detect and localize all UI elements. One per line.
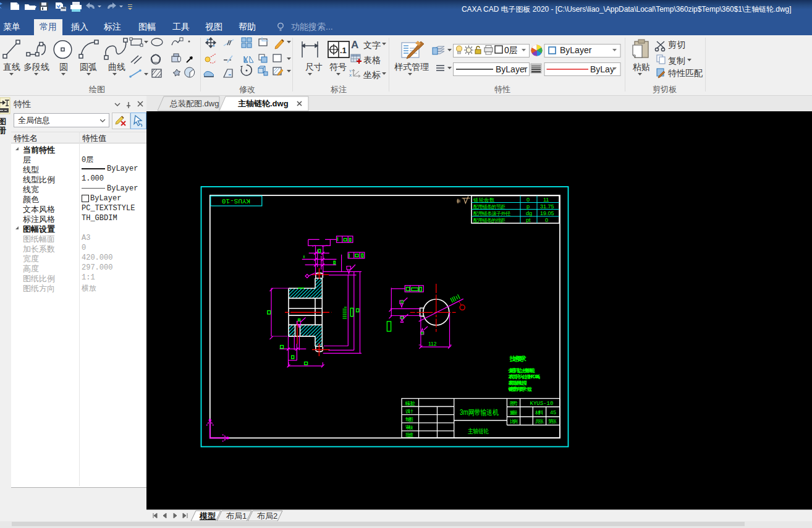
svg-text:复制: 复制 — [668, 56, 685, 66]
svg-text:技术要求: 技术要求 — [509, 355, 527, 362]
svg-text:配用链条的节距: 配用链条的节距 — [473, 204, 505, 210]
svg-text:批准: 批准 — [405, 432, 413, 438]
svg-text:主轴链轮: 主轴链轮 — [468, 427, 489, 435]
svg-text:2.表面淬火处理HRC40-45。: 2.表面淬火处理HRC40-45。 — [509, 373, 544, 380]
svg-text:第 张: 第 张 — [548, 419, 557, 424]
svg-text:ByLay: ByLay — [590, 64, 614, 74]
svg-text:坐标: 坐标 — [363, 70, 381, 80]
svg-text:审核: 审核 — [405, 425, 413, 430]
svg-text:样式管理: 样式管理 — [394, 62, 429, 72]
svg-text:0: 0 — [527, 197, 530, 203]
svg-text:KYUS-10: KYUS-10 — [222, 197, 250, 205]
svg-text:重量: 重量 — [509, 410, 518, 415]
svg-text:模型: 模型 — [199, 511, 216, 521]
svg-text:文字: 文字 — [363, 40, 381, 50]
svg-text:配用链条滚子外径: 配用链条滚子外径 — [473, 211, 510, 216]
svg-text:ByLayer: ByLayer — [560, 45, 592, 55]
svg-text:制图: 制图 — [405, 417, 413, 422]
svg-text:KYUS-10: KYUS-10 — [530, 401, 554, 407]
svg-text:p: p — [527, 203, 530, 210]
svg-text:多段线: 多段线 — [23, 62, 49, 72]
svg-text:pt: pt — [526, 217, 531, 223]
svg-text:共 张: 共 张 — [535, 419, 544, 424]
svg-text:0层: 0层 — [504, 45, 518, 55]
svg-text:圆弧: 圆弧 — [80, 62, 97, 72]
svg-text:标记处: 标记处 — [405, 401, 415, 406]
svg-text:Y: Y — [349, 69, 352, 73]
svg-text:0: 0 — [545, 217, 548, 223]
svg-text:1.去毛刺飞边，锐角倒钝。: 1.去毛刺飞边，锐角倒钝。 — [508, 368, 538, 373]
svg-text:配用链条的排距: 配用链条的排距 — [473, 218, 505, 223]
svg-text:直线: 直线 — [3, 62, 20, 72]
svg-text:布局2: 布局2 — [256, 511, 277, 521]
svg-text:比例: 比例 — [510, 419, 518, 424]
svg-text:图号: 图号 — [510, 401, 518, 406]
svg-text:链轮齿数: 链轮齿数 — [473, 197, 494, 203]
svg-text:.1: .1 — [340, 46, 347, 55]
svg-text:粘贴: 粘贴 — [632, 62, 650, 72]
svg-text:3m网带输送机: 3m网带输送机 — [460, 408, 499, 417]
svg-text:31.75: 31.75 — [540, 203, 554, 210]
svg-text:特性匹配: 特性匹配 — [668, 68, 703, 78]
svg-text:布局1: 布局1 — [226, 511, 247, 521]
svg-text:X: X — [349, 74, 352, 77]
svg-text:曲线: 曲线 — [108, 62, 125, 72]
svg-text:ByLayer: ByLayer — [496, 64, 528, 74]
svg-text:符号: 符号 — [329, 62, 347, 72]
svg-text:剪切: 剪切 — [668, 40, 685, 49]
svg-text:11: 11 — [543, 197, 549, 203]
svg-text:尺寸: 尺寸 — [305, 62, 323, 72]
svg-text:19.05: 19.05 — [540, 210, 554, 216]
svg-text:A: A — [351, 39, 358, 51]
svg-text:112: 112 — [428, 341, 437, 347]
svg-text:表格: 表格 — [363, 55, 381, 65]
svg-text:主轴链轮.dwg: 主轴链轮.dwg — [238, 99, 289, 108]
svg-text:4.键槽方向要求一致。: 4.键槽方向要求一致。 — [508, 386, 535, 392]
svg-text:dg: dg — [526, 210, 532, 216]
svg-text:设计: 设计 — [405, 409, 413, 414]
svg-text:材料: 材料 — [535, 410, 543, 415]
svg-text:总装配图.dwg: 总装配图.dwg — [169, 99, 219, 108]
svg-text:3.表面发黑处理。: 3.表面发黑处理。 — [508, 380, 530, 386]
svg-text:圆: 圆 — [59, 62, 68, 72]
svg-text:45: 45 — [550, 409, 556, 415]
